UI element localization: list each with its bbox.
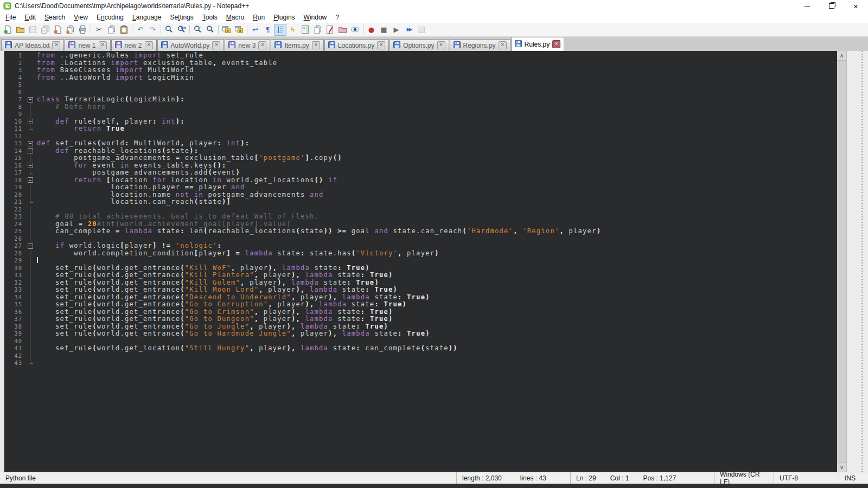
fold-toggle[interactable] [28, 243, 33, 249]
status-encoding[interactable]: UTF-8 [774, 472, 839, 484]
copy-icon[interactable] [105, 24, 118, 36]
tab-label: Rules.py [525, 41, 550, 48]
menu-window[interactable]: Window [299, 12, 331, 22]
menu-macro[interactable]: Macro [222, 12, 248, 22]
fold-toggle[interactable] [28, 97, 33, 102]
tab-close-icon[interactable]: × [312, 41, 320, 49]
tab-close-icon[interactable]: × [145, 41, 153, 49]
tab-items-py[interactable]: Items.py× [271, 39, 323, 51]
function-list-icon[interactable] [324, 24, 336, 36]
code-line: 9 [4, 111, 837, 118]
menu-search[interactable]: Search [40, 12, 69, 22]
sync-vertical-scroll-icon[interactable] [220, 24, 233, 36]
tab-close-icon[interactable]: × [377, 41, 385, 49]
fold-margin [26, 140, 35, 147]
macro-stop-icon[interactable]: ■ [378, 24, 390, 36]
monitoring-icon[interactable] [349, 24, 361, 36]
tab-rules-py[interactable]: Rules.py× [511, 37, 565, 51]
code-token [365, 271, 370, 279]
tab-options-py[interactable]: Options.py× [390, 39, 449, 51]
folder-as-workspace-icon[interactable] [336, 24, 349, 36]
line-number: 40 [4, 338, 26, 345]
macro-record-icon[interactable]: ● [365, 24, 378, 36]
code-token: and [231, 183, 245, 191]
restore-button[interactable] [819, 0, 844, 12]
status-insert-mode[interactable]: INS [839, 472, 868, 484]
tab-autoworld-py[interactable]: AutoWorld.py× [157, 39, 225, 51]
macro-save-icon[interactable] [415, 24, 427, 36]
menu-view[interactable]: View [69, 12, 92, 22]
redo-icon[interactable]: ↷ [146, 24, 159, 36]
close-button[interactable]: × [844, 0, 868, 12]
new-file-icon[interactable] [2, 24, 14, 36]
code-token: event [88, 162, 120, 169]
zoom-out-icon[interactable]: − [204, 24, 216, 36]
scrollbar-up-arrow[interactable]: ∧ [837, 51, 846, 60]
code-token: exclusion_table [139, 59, 213, 67]
line-number: 8 [4, 104, 26, 111]
menu-language[interactable]: Language [128, 12, 165, 22]
fold-toggle[interactable] [28, 141, 33, 146]
code-token [37, 213, 55, 220]
macro-run-multiple-icon[interactable]: ▶▶ [403, 24, 415, 36]
tab-close-icon[interactable]: × [212, 41, 220, 49]
vertical-scrollbar-thumb[interactable] [837, 60, 846, 463]
tab-close-icon[interactable]: × [499, 41, 507, 49]
tab-close-icon[interactable]: × [99, 41, 107, 49]
replace-icon[interactable]: ab [175, 24, 188, 36]
tab-new-3[interactable]: new 3× [225, 39, 270, 51]
find-icon[interactable] [163, 24, 175, 36]
tab-close-icon[interactable]: × [52, 41, 60, 49]
close-icon[interactable] [52, 24, 64, 36]
word-wrap-icon[interactable]: ↩ [249, 24, 261, 36]
code-token: ): [176, 95, 185, 103]
menu-edit[interactable]: Edit [20, 12, 40, 22]
vertical-scrollbar[interactable]: ∧ ∨ [837, 51, 846, 472]
function-completion-icon[interactable]: ϟ [286, 24, 299, 36]
fold-toggle[interactable] [28, 148, 33, 153]
paste-icon[interactable] [118, 24, 130, 36]
fold-toggle[interactable] [28, 163, 33, 168]
document-switcher-icon[interactable] [311, 24, 324, 36]
show-all-characters-icon[interactable]: ¶ [261, 24, 274, 36]
sync-horizontal-scroll-icon[interactable] [233, 24, 245, 36]
undo-icon[interactable]: ↶ [134, 24, 146, 36]
code-token: ), [328, 330, 337, 337]
open-file-icon[interactable] [14, 24, 27, 36]
code-line: 2from .Locations import exclusion_table,… [4, 60, 837, 67]
menu-settings[interactable]: Settings [165, 12, 197, 22]
tab-close-icon[interactable]: × [437, 41, 445, 49]
menu-file[interactable]: File [1, 12, 20, 22]
tab-new-1[interactable]: new 1× [65, 39, 110, 51]
menu-encoding[interactable]: Encoding [92, 12, 128, 22]
fold-toggle[interactable] [28, 177, 33, 183]
menu-help[interactable]: ? [331, 12, 343, 22]
fold-toggle[interactable] [28, 119, 33, 124]
code-token: import [116, 74, 143, 81]
tab-new-2[interactable]: new 2× [111, 39, 157, 51]
scrollbar-down-arrow[interactable]: ∨ [837, 463, 846, 472]
tab-close-icon[interactable]: × [552, 40, 560, 48]
status-eol-format[interactable]: Windows (CR LF) [714, 472, 774, 484]
code-editor[interactable]: 1from ..generic.Rules import set_rule2fr… [4, 51, 837, 472]
menu-tools[interactable]: Tools [198, 12, 222, 22]
code-token: state [370, 293, 398, 301]
minimize-button[interactable] [795, 0, 819, 12]
tab-regions-py[interactable]: Regions.py× [450, 39, 510, 51]
tab-ap-ideas-txt[interactable]: AP Ideas.txt× [1, 39, 64, 51]
save-icon[interactable] [27, 24, 39, 36]
cut-icon[interactable]: ✂ [93, 24, 105, 36]
print-icon[interactable] [76, 24, 89, 36]
close-all-icon[interactable] [64, 24, 76, 36]
menu-run[interactable]: Run [248, 12, 269, 22]
document-map-icon[interactable] [299, 24, 311, 36]
menu-plugins[interactable]: Plugins [269, 12, 299, 22]
tab-close-icon[interactable]: × [258, 41, 266, 49]
indent-guide-icon[interactable] [274, 24, 286, 36]
macro-play-icon[interactable]: ▶ [390, 24, 403, 36]
tab-locations-py[interactable]: Locations.py× [324, 39, 389, 51]
code-area[interactable]: 1from ..generic.Rules import set_rule2fr… [4, 52, 837, 472]
save-all-icon[interactable] [39, 24, 52, 36]
zoom-in-icon[interactable]: + [192, 24, 204, 36]
code-token: from [37, 74, 55, 81]
